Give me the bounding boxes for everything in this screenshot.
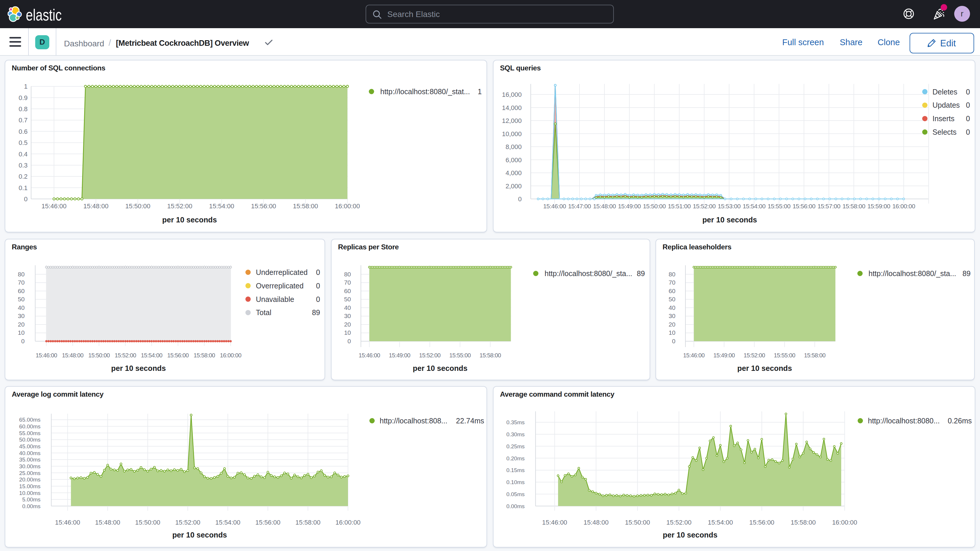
svg-text:0.30ms: 0.30ms: [506, 431, 525, 438]
svg-text:15:48:00: 15:48:00: [584, 519, 609, 526]
svg-text:SQL queries: SQL queries: [500, 64, 541, 72]
svg-text:16:00:00: 16:00:00: [335, 202, 360, 210]
svg-text:1: 1: [24, 83, 27, 90]
svg-text:15:58:00: 15:58:00: [479, 352, 501, 358]
svg-text:15:46:00: 15:46:00: [41, 202, 67, 210]
svg-text:25.00ms: 25.00ms: [19, 470, 40, 476]
svg-text:0: 0: [316, 282, 320, 290]
svg-text:15:46:00: 15:46:00: [55, 519, 80, 526]
svg-text:65.00ms: 65.00ms: [19, 417, 40, 423]
svg-text:per 10 seconds: per 10 seconds: [412, 364, 467, 372]
svg-text:0.35ms: 0.35ms: [506, 419, 525, 425]
svg-text:0: 0: [316, 268, 320, 276]
svg-text:http://localhost:8080/_stat...: http://localhost:8080/_stat...: [380, 88, 470, 96]
svg-text:0: 0: [316, 295, 320, 303]
svg-text:15:55:00: 15:55:00: [768, 203, 791, 210]
svg-text:15:58:00: 15:58:00: [293, 202, 318, 210]
svg-text:15:55:00: 15:55:00: [449, 352, 471, 358]
svg-text:15:46:00: 15:46:00: [543, 203, 566, 210]
svg-text:15:56:00: 15:56:00: [167, 352, 189, 358]
svg-text:15:56:00: 15:56:00: [749, 519, 774, 526]
svg-text:0.20ms: 0.20ms: [506, 455, 525, 462]
svg-text:0.05ms: 0.05ms: [506, 491, 525, 497]
svg-text:Selects: Selects: [932, 128, 956, 136]
svg-text:Unavailable: Unavailable: [256, 295, 294, 303]
svg-text:0: 0: [966, 115, 970, 123]
svg-text:15:51:00: 15:51:00: [668, 203, 691, 210]
svg-text:15.00ms: 15.00ms: [19, 483, 40, 489]
svg-text:5.00ms: 5.00ms: [22, 497, 40, 503]
svg-text:0.00ms: 0.00ms: [22, 503, 40, 510]
svg-text:16:00:00: 16:00:00: [832, 519, 858, 526]
svg-text:89: 89: [962, 269, 970, 277]
svg-text:15:46:00: 15:46:00: [358, 352, 380, 358]
svg-text:15:48:00: 15:48:00: [83, 202, 108, 210]
svg-text:15:52:00: 15:52:00: [167, 202, 192, 210]
svg-text:per 10 seconds: per 10 seconds: [737, 364, 792, 372]
svg-text:http://localhost:8080/_sta...: http://localhost:8080/_sta...: [868, 269, 956, 277]
svg-text:15:49:00: 15:49:00: [713, 352, 735, 358]
svg-text:30: 30: [18, 312, 25, 319]
svg-text:Deletes: Deletes: [932, 88, 958, 96]
svg-text:60: 60: [18, 288, 25, 294]
svg-text:20: 20: [668, 321, 675, 328]
svg-text:50: 50: [18, 296, 25, 303]
svg-text:15:46:00: 15:46:00: [35, 352, 57, 358]
svg-text:6,000: 6,000: [506, 156, 522, 164]
svg-text:15:54:00: 15:54:00: [141, 352, 162, 358]
svg-text:70: 70: [344, 279, 351, 286]
svg-text:15:55:00: 15:55:00: [773, 352, 795, 358]
svg-text:15:52:00: 15:52:00: [115, 352, 137, 358]
svg-text:15:54:00: 15:54:00: [743, 203, 765, 210]
svg-text:16:00:00: 16:00:00: [336, 519, 361, 526]
svg-text:15:50:00: 15:50:00: [643, 203, 666, 210]
svg-text:Updates: Updates: [932, 101, 960, 109]
svg-text:15:59:00: 15:59:00: [867, 203, 890, 210]
svg-text:http://localhost:808...: http://localhost:808...: [380, 417, 447, 425]
svg-text:30: 30: [344, 312, 351, 319]
svg-text:10: 10: [344, 329, 351, 336]
svg-text:http://localhost:8080...: http://localhost:8080...: [868, 417, 940, 425]
svg-text:15:48:00: 15:48:00: [62, 352, 84, 358]
svg-text:15:53:00: 15:53:00: [718, 203, 741, 210]
svg-text:0.3: 0.3: [19, 162, 27, 169]
svg-text:1: 1: [478, 88, 482, 96]
svg-text:15:48:00: 15:48:00: [95, 519, 120, 526]
svg-text:35.00ms: 35.00ms: [19, 457, 40, 463]
svg-text:15:52:00: 15:52:00: [419, 352, 441, 358]
svg-text:80: 80: [668, 271, 675, 277]
svg-text:15:50:00: 15:50:00: [625, 519, 650, 526]
svg-text:15:52:00: 15:52:00: [175, 519, 200, 526]
svg-text:Overreplicated: Overreplicated: [256, 282, 304, 290]
svg-text:50: 50: [344, 296, 351, 303]
svg-text:14,000: 14,000: [502, 104, 522, 111]
svg-text:0.2: 0.2: [19, 173, 27, 180]
svg-text:50.00ms: 50.00ms: [19, 436, 40, 443]
svg-text:40: 40: [18, 304, 25, 311]
svg-text:55.00ms: 55.00ms: [19, 430, 40, 436]
svg-text:0.5: 0.5: [19, 139, 27, 147]
svg-text:10: 10: [18, 329, 25, 336]
svg-text:15:49:00: 15:49:00: [388, 352, 410, 358]
svg-text:15:46:00: 15:46:00: [683, 352, 705, 358]
svg-text:12,000: 12,000: [502, 117, 522, 124]
svg-text:89: 89: [312, 308, 320, 317]
svg-text:40: 40: [344, 304, 351, 311]
svg-text:0: 0: [24, 196, 27, 203]
svg-text:22.74ms: 22.74ms: [456, 417, 484, 425]
svg-text:per 10 seconds: per 10 seconds: [111, 364, 166, 372]
svg-text:20.00ms: 20.00ms: [19, 476, 40, 483]
svg-text:80: 80: [344, 271, 351, 277]
svg-text:8,000: 8,000: [506, 143, 522, 151]
svg-text:15:58:00: 15:58:00: [791, 519, 816, 526]
svg-text:per 10 seconds: per 10 seconds: [702, 216, 757, 224]
svg-text:60: 60: [668, 288, 675, 294]
svg-text:15:47:00: 15:47:00: [568, 203, 591, 210]
svg-text:80: 80: [18, 271, 25, 277]
svg-text:15:54:00: 15:54:00: [215, 519, 240, 526]
svg-text:0: 0: [966, 128, 970, 136]
svg-text:per 10 seconds: per 10 seconds: [162, 216, 217, 224]
svg-text:15:52:00: 15:52:00: [743, 352, 765, 358]
svg-text:15:58:00: 15:58:00: [842, 203, 865, 210]
svg-text:0: 0: [966, 88, 970, 96]
